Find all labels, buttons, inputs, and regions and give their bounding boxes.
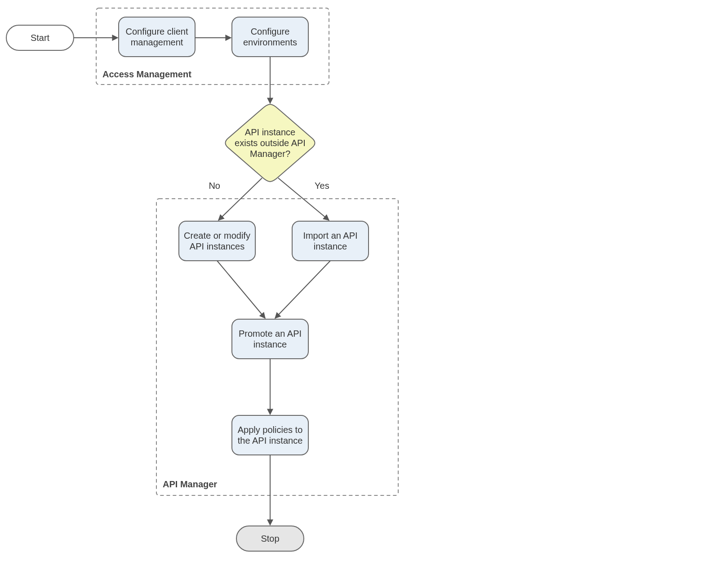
- decision-l2: exists outside API: [235, 138, 306, 148]
- edge-label-no: No: [209, 181, 220, 191]
- node-import-api-l2: instance: [314, 241, 347, 251]
- decision-l1: API instance: [245, 127, 295, 137]
- flowchart-canvas: Access Management API Manager Start Conf…: [0, 0, 720, 588]
- node-decision-api-exists: API instance exists outside API Manager?: [226, 104, 315, 182]
- node-import-api-l1: Import an API: [303, 231, 357, 241]
- edge-create-to-promote: [217, 261, 265, 318]
- node-create-modify-api: [179, 221, 255, 261]
- decision-l3: Manager?: [250, 149, 290, 159]
- node-configure-client-management: [119, 17, 195, 57]
- node-configure-environments-l2: environments: [243, 37, 297, 47]
- group-label-access-management: Access Management: [102, 69, 191, 79]
- node-apply-policies: [232, 415, 308, 455]
- node-stop-label: Stop: [261, 534, 279, 543]
- node-configure-client-management-l1: Configure client: [126, 27, 188, 36]
- node-create-modify-api-l1: Create or modify: [184, 231, 250, 241]
- node-configure-environments: [232, 17, 308, 57]
- node-start-label: Start: [31, 33, 50, 43]
- node-configure-client-management-l2: management: [131, 37, 183, 47]
- node-apply-policies-l2: the API instance: [238, 436, 303, 445]
- node-promote-api-l1: Promote an API: [239, 329, 302, 339]
- node-configure-environments-l1: Configure: [251, 27, 290, 36]
- node-import-api: [292, 221, 369, 261]
- node-promote-api: [232, 319, 308, 359]
- node-promote-api-l2: instance: [253, 339, 287, 349]
- node-create-modify-api-l2: API instances: [190, 241, 244, 251]
- edge-import-to-promote: [275, 261, 330, 318]
- group-label-api-manager: API Manager: [163, 479, 217, 489]
- node-apply-policies-l1: Apply policies to: [238, 425, 303, 435]
- edge-label-yes: Yes: [315, 181, 329, 191]
